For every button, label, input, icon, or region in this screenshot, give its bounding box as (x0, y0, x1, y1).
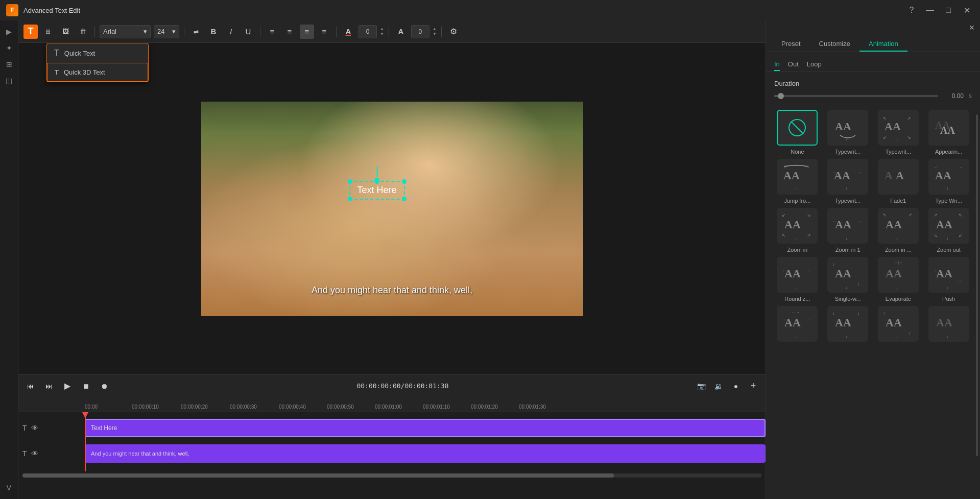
font-family-dropdown[interactable]: Arial ▾ (100, 25, 151, 38)
svg-text:·→: ·→ (805, 268, 811, 273)
rotation-handle[interactable] (375, 167, 379, 182)
svg-text:↓: ↓ (832, 262, 835, 267)
anim-card-18[interactable]: AA ↓ ↓ ↓ (825, 306, 871, 345)
anim-label-none: None (791, 149, 804, 155)
track-visibility-icon-1[interactable]: 👁 (31, 424, 38, 432)
capture-button[interactable]: 📷 (694, 379, 708, 393)
font-size-dropdown[interactable]: 24 ▾ (154, 25, 179, 38)
anim-card-evaporate[interactable]: AA ↑↑↑ ↓ Evaporate (875, 257, 922, 302)
underline-button[interactable]: U (241, 25, 255, 39)
sidebar-icon-2[interactable]: ✦ (2, 41, 16, 55)
transform-tool-button[interactable]: ⊞ (41, 25, 55, 39)
sidebar-icon-4[interactable]: ◫ (2, 74, 16, 88)
anim-card-singlew[interactable]: AA ↓ ↑ ↓ Single-w... (825, 257, 871, 302)
anim-card-roundz[interactable]: AA ←· ·→ ↓ Round z... (774, 257, 821, 302)
track-visibility-icon-2[interactable]: 👁 (31, 449, 38, 458)
text-height-button[interactable]: A (394, 25, 408, 39)
add-button[interactable]: + (746, 379, 760, 393)
spacing-button[interactable]: ⇌ (189, 25, 203, 39)
playhead[interactable] (85, 412, 86, 471)
anim-card-typewrite2[interactable]: AA ↖ ↗ ↙ ↘ ↓ Typewrit... (875, 110, 922, 155)
prev-button[interactable]: ⏮ (23, 379, 38, 393)
align-left-button[interactable]: ≡ (265, 25, 279, 39)
handle-tl[interactable] (348, 179, 352, 184)
anim-card-20[interactable]: AA ↓ (925, 306, 972, 345)
anim-tab-in[interactable]: In (774, 58, 780, 71)
track-clip-1[interactable]: Text Here (85, 419, 766, 437)
text-color-button[interactable]: A (341, 25, 355, 39)
delete-tool-button[interactable]: 🗑 (76, 25, 90, 39)
anim-card-17[interactable]: AA → → ···→ ↓ (774, 306, 821, 345)
anim-card-19[interactable]: AA ↑ ↑ ↓ (875, 306, 922, 345)
image-tool-button[interactable]: 🖼 (58, 25, 73, 39)
svg-text:AA: AA (784, 316, 801, 329)
app-logo: F (6, 4, 18, 16)
tab-animation[interactable]: Animation (859, 37, 907, 52)
anim-tab-out[interactable]: Out (788, 58, 799, 71)
anim-card-typewrite4[interactable]: AA ← → ↓ Type Wri... (925, 159, 972, 204)
anim-label-typewrite4: Type Wri... (935, 198, 962, 204)
video-preview[interactable]: Text Here And you might hear that and th… (201, 102, 583, 316)
duration-slider[interactable] (774, 95, 938, 97)
tab-customize[interactable]: Customize (810, 37, 859, 52)
align-center-button[interactable]: ≡ (282, 25, 297, 39)
svg-text:·→: ·→ (957, 278, 963, 283)
text-selection-box[interactable]: Text Here (349, 181, 405, 200)
timeline-scrollbar[interactable] (22, 473, 761, 478)
more-options-button[interactable]: ⚙ (446, 25, 461, 39)
svg-line-1 (791, 122, 803, 134)
duration-slider-thumb[interactable] (778, 93, 784, 99)
anim-card-typewrite3[interactable]: AA ← → ↓ Typewrit... (825, 159, 871, 204)
minimize-button[interactable]: — (923, 3, 937, 17)
color-stepper[interactable]: ▲ ▼ (380, 27, 384, 36)
duration-slider-row: 0.00 s (774, 92, 972, 100)
svg-text:AA: AA (886, 267, 902, 280)
anim-card-zoomin[interactable]: AA ↙ ↘ ↖ ↗ ↓ Zoom in (774, 208, 821, 253)
photo-overlay (201, 102, 583, 316)
anim-card-zoomin1[interactable]: AA ← → ↓ Zoom in 1 (825, 208, 871, 253)
stop-button[interactable]: ⏹ (79, 379, 93, 393)
anim-preview-zoomin2: AA ↖ ↗ ↓ (878, 208, 919, 244)
text-tool-button[interactable]: T (23, 25, 38, 39)
quick-3d-text-option[interactable]: T Quick 3D Text (47, 63, 148, 82)
play-button[interactable]: ▶ (60, 379, 75, 393)
align-right-button[interactable]: ≡ (300, 25, 314, 39)
sidebar-icon-1[interactable]: ▶ (2, 25, 16, 39)
svg-text:↓: ↓ (845, 236, 847, 241)
bold-button[interactable]: B (206, 25, 221, 39)
anim-card-appearing[interactable]: AA AA Appearin... (925, 110, 972, 155)
sidebar-icon-5[interactable]: V (2, 481, 16, 495)
help-button[interactable]: ? (904, 3, 919, 17)
record-button[interactable]: ⏺ (97, 379, 111, 393)
timeline-scrollbar-thumb[interactable] (22, 473, 614, 478)
tab-preset[interactable]: Preset (772, 37, 810, 52)
align-justify-button[interactable]: ≡ (317, 25, 331, 39)
handle-tr[interactable] (402, 179, 407, 184)
anim-card-none[interactable]: None (774, 110, 821, 155)
anim-preview-evaporate: AA ↑↑↑ ↓ (878, 257, 919, 293)
prev-frame-button[interactable]: ⏭ (42, 379, 56, 393)
sidebar-icon-3[interactable]: ⊞ (2, 57, 16, 72)
volume-button[interactable]: 🔉 (711, 379, 726, 393)
italic-button[interactable]: I (224, 25, 238, 39)
anim-tab-loop[interactable]: Loop (807, 58, 822, 71)
anim-preview-typewrite3: AA ← → ↓ (827, 159, 868, 195)
anim-label-typewrite1: Typewrit... (835, 149, 861, 155)
maximize-button[interactable]: □ (941, 3, 955, 17)
anim-card-zoomin2[interactable]: AA ↖ ↗ ↓ Zoom in ... (875, 208, 922, 253)
svg-text:↓: ↓ (795, 335, 797, 339)
dot-button[interactable]: ● (729, 379, 743, 393)
quick-text-option[interactable]: T Quick Text (47, 43, 148, 63)
svg-text:←: ← (934, 165, 938, 170)
handle-bl[interactable] (348, 197, 352, 201)
anim-card-jumpfrom[interactable]: AA ↙ ↘ ↓ Jump fro... (774, 159, 821, 204)
close-button[interactable]: ✕ (960, 3, 974, 17)
anim-card-fade1[interactable]: A A Fade1 (875, 159, 922, 204)
anim-card-push[interactable]: AA ←· ·→ ↓ Push (925, 257, 972, 302)
right-panel-close-button[interactable]: ✕ (969, 23, 975, 32)
handle-br[interactable] (402, 197, 407, 201)
anim-card-zoomout[interactable]: AA ↗ ↖ ↘ ↙ ↓ Zoom out (925, 208, 972, 253)
anim-card-typewrite1[interactable]: AA ↓ Typewrit... (825, 110, 871, 155)
height-stepper[interactable]: ▲ ▼ (433, 27, 437, 36)
track-clip-2[interactable]: And you might hear that and think, well, (85, 444, 766, 463)
